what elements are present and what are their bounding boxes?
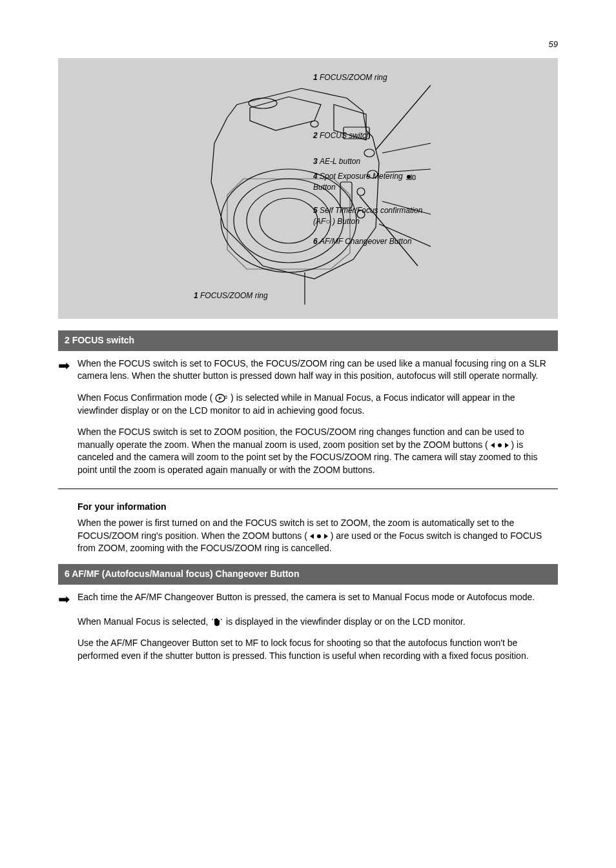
section2-para1: Each time the AF/MF Changeover Button is… [77,591,558,604]
callout-focus-zoom-ring: 1 FOCUS/ZOOM ring [313,72,387,83]
svg-point-15 [498,443,502,447]
callout-label: AE-L button [320,157,360,166]
info-heading: For your information [77,501,167,512]
info-body: When the power is first turned on and th… [77,517,558,555]
para2-b: is displayed in the viewfinder display o… [226,616,465,627]
callout-sublabel: Button [313,182,416,193]
focus-confirm-icon: F [215,393,228,403]
callout-label: FOCUS/ZOOM ring [200,291,268,300]
svg-point-10 [364,149,375,157]
svg-point-1 [311,121,318,127]
callout-num: 5 [313,206,318,215]
svg-point-16 [317,534,321,538]
para3-a: When the FOCUS switch is set to ZOOM pos… [77,427,524,450]
page-number: 59 [58,39,558,50]
callout-label: FOCUS switch [320,131,371,140]
callout-label: Self Timer/Focus confirmation [320,206,422,215]
section2-para2: When Manual Focus is selected, is displa… [77,616,558,629]
callout-af-mf: 6 AF/MF Changeover Button [313,236,412,247]
section2-para3: Use the AF/MF Changeover Button set to M… [77,637,558,662]
section2-para1-row: ➡ Each time the AF/MF Changeover Button … [58,591,558,607]
svg-point-12 [407,175,411,179]
callout-label: FOCUS/ZOOM ring [320,73,387,82]
callout-num: 1 [194,291,198,300]
zoom-buttons-icon [310,533,328,540]
callout-num: 6 [313,237,318,246]
callout-num: 4 [313,172,318,181]
callout-label: AF/MF Changeover Button [320,237,412,246]
para2-a: When Manual Focus is selected, [77,616,208,627]
section1-para1-row: ➡ When the FOCUS switch is set to FOCUS,… [58,358,558,383]
divider [58,489,558,489]
section1-para2: When Focus Confirmation mode ( F ) is se… [77,392,558,417]
arrow-icon: ➡ [58,591,77,607]
spot-meter-icon [405,173,416,181]
section1-para3: When the FOCUS switch is set to ZOOM pos… [77,426,558,476]
callout-label: Spot Exposure Metering [320,172,403,181]
callout-self-timer: 5 Self Timer/Focus confirmation (AF○ ) B… [313,205,422,227]
manual-focus-icon [210,617,223,627]
callout-num: 2 [313,131,318,140]
zoom-buttons-icon [491,442,509,449]
section-heading-focus-switch: 2 FOCUS switch [58,330,558,351]
svg-point-0 [249,98,277,108]
callout-num: 3 [313,157,318,166]
callout-focus-zoom-ring-bottom: 1 FOCUS/ZOOM ring [194,290,268,301]
callout-spot-metering: 4 Spot Exposure Metering Button [313,171,416,193]
camera-diagram-box: 1 FOCUS/ZOOM ring 2 FOCUS switch 3 AE-L … [58,58,558,319]
callout-sublabel: (AF○ ) Button [313,216,422,227]
svg-point-6 [260,198,318,243]
callout-num: 1 [313,73,318,82]
para2-a: When Focus Confirmation mode ( [77,392,212,403]
callout-focus-switch: 2 FOCUS switch [313,130,371,141]
info-block: For your information When the power is f… [77,501,558,555]
svg-text:F: F [219,396,222,401]
callout-ae-l: 3 AE-L button [313,156,360,167]
section-heading-af-mf: 6 AF/MF (Autofocus/Manual focus) Changeo… [58,564,558,585]
arrow-icon: ➡ [58,358,77,373]
section1-para1: When the FOCUS switch is set to FOCUS, t… [77,358,558,383]
